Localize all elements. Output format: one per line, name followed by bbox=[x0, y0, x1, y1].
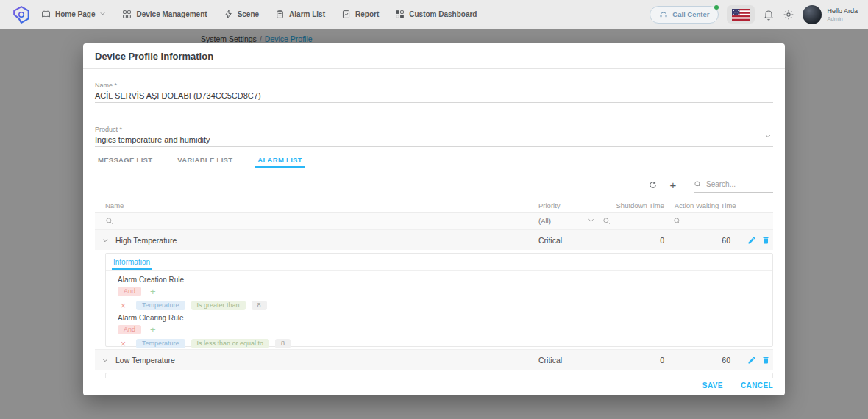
chevron-down-icon bbox=[764, 129, 772, 143]
search-icon bbox=[602, 217, 611, 225]
refresh-button[interactable] bbox=[644, 176, 661, 193]
cancel-button[interactable]: CANCEL bbox=[741, 382, 773, 390]
nav-scene[interactable]: Scene bbox=[224, 10, 259, 19]
modal-title: Device Profile Information bbox=[95, 51, 773, 62]
clipboard-icon bbox=[275, 10, 285, 19]
condition-variable-chip[interactable]: Temperature bbox=[136, 301, 185, 310]
condition-value-chip[interactable]: 8 bbox=[252, 301, 267, 310]
tab-message-list[interactable]: MESSAGE LIST bbox=[95, 153, 155, 168]
search-icon bbox=[694, 180, 702, 188]
col-priority: Priority bbox=[538, 201, 602, 210]
action-waiting-time-cell: 60 bbox=[673, 236, 739, 245]
user-menu[interactable]: Hello Arda Admin bbox=[803, 5, 858, 24]
search-icon bbox=[673, 217, 681, 225]
condition-value-chip[interactable]: 8 bbox=[275, 339, 291, 348]
search-icon bbox=[105, 217, 113, 225]
and-operator-chip[interactable]: And bbox=[118, 287, 141, 296]
lightning-icon bbox=[224, 10, 233, 19]
add-condition-icon[interactable]: + bbox=[150, 326, 156, 334]
product-field-label: Product * bbox=[95, 126, 773, 133]
shutdown-time-cell: 0 bbox=[602, 236, 673, 245]
name-field-label: Name * bbox=[95, 82, 773, 89]
alarm-table: Name Priority Shutdown Time Action Waiti… bbox=[95, 198, 773, 378]
product-field[interactable]: Product * Ingics temperature and humidit… bbox=[95, 126, 773, 147]
shutdown-time-cell: 0 bbox=[602, 356, 673, 365]
nav-alarm-list[interactable]: Alarm List bbox=[275, 10, 325, 19]
device-profile-modal: Device Profile Information Name * ACİL S… bbox=[83, 43, 785, 395]
headset-icon bbox=[659, 10, 668, 19]
name-field[interactable]: Name * ACİL SERVİS AŞI DOLABI (D734CC5CD… bbox=[95, 82, 773, 103]
app-logo-icon[interactable] bbox=[12, 5, 31, 24]
navbar-right: Call Center Hello Arda Admin bbox=[650, 5, 868, 24]
add-alarm-button[interactable]: + bbox=[664, 176, 682, 193]
priority-cell: Critical bbox=[538, 236, 602, 245]
main-menu: Home Page Device Management Scene Alarm … bbox=[41, 10, 477, 19]
and-operator-chip[interactable]: And bbox=[118, 325, 141, 334]
chevron-down-icon bbox=[587, 216, 595, 226]
name-filter[interactable] bbox=[95, 217, 538, 225]
product-field-value: Ingics temperature and humidity bbox=[95, 136, 773, 146]
tab-alarm-list[interactable]: ALARM LIST bbox=[255, 153, 305, 168]
notifications-bell-button[interactable] bbox=[763, 9, 775, 21]
alarm-clearing-rule-label: Alarm Clearing Rule bbox=[118, 315, 761, 322]
alarm-detail-panel: Information Alarm Creation Rule And + × … bbox=[105, 253, 773, 347]
delete-trash-icon[interactable] bbox=[761, 236, 770, 245]
priority-cell: Critical bbox=[538, 356, 602, 365]
nav-device-management[interactable]: Device Management bbox=[122, 10, 207, 19]
action-waiting-time-filter[interactable] bbox=[673, 217, 739, 225]
modal-footer: SAVE CANCEL bbox=[83, 378, 785, 395]
gear-icon bbox=[783, 9, 794, 21]
condition-operator-chip[interactable]: Is greater than bbox=[191, 301, 246, 310]
action-waiting-time-cell: 60 bbox=[673, 356, 739, 365]
search-input[interactable] bbox=[706, 180, 773, 188]
shutdown-time-filter[interactable] bbox=[602, 217, 673, 225]
us-flag-icon bbox=[732, 9, 750, 21]
bell-icon bbox=[763, 9, 775, 21]
chevron-down-icon bbox=[99, 10, 106, 18]
language-flag-button[interactable] bbox=[727, 5, 755, 24]
chevron-down-icon[interactable] bbox=[102, 237, 109, 244]
tab-information[interactable]: Information bbox=[112, 254, 152, 270]
alarm-creation-rule-label: Alarm Creation Rule bbox=[118, 276, 761, 284]
edit-pencil-icon[interactable] bbox=[747, 236, 756, 245]
table-row-high-temperature[interactable]: High Temperature Critical 0 60 bbox=[95, 229, 773, 251]
alarm-detail-panel: Information bbox=[105, 373, 773, 378]
user-greeting: Hello Arda bbox=[827, 7, 858, 15]
nav-custom-dashboard[interactable]: Custom Dashboard bbox=[395, 10, 477, 19]
tab-variable-list[interactable]: VARIABLE LIST bbox=[174, 153, 235, 168]
table-header-row: Name Priority Shutdown Time Action Waiti… bbox=[95, 198, 773, 213]
remove-condition-icon[interactable]: × bbox=[121, 340, 126, 348]
add-condition-icon[interactable]: + bbox=[150, 288, 156, 296]
condition-variable-chip[interactable]: Temperature bbox=[136, 339, 185, 348]
condition-operator-chip[interactable]: Is less than or equal to bbox=[191, 339, 270, 348]
book-icon bbox=[41, 10, 51, 19]
report-icon bbox=[341, 10, 351, 19]
nav-home-page[interactable]: Home Page bbox=[41, 10, 106, 19]
col-shutdown-time: Shutdown Time bbox=[602, 201, 673, 210]
table-filter-row: (All) bbox=[95, 213, 773, 229]
search-box bbox=[694, 176, 773, 193]
call-center-button[interactable]: Call Center bbox=[650, 6, 719, 24]
remove-condition-icon[interactable]: × bbox=[121, 302, 126, 309]
table-row-low-temperature[interactable]: Low Temperature Critical 0 60 bbox=[95, 349, 773, 371]
name-field-value: ACİL SERVİS AŞI DOLABI (D734CC5CD8C7) bbox=[95, 92, 773, 102]
status-dot bbox=[714, 5, 719, 10]
modal-body: Name * ACİL SERVİS AŞI DOLABI (D734CC5CD… bbox=[83, 69, 785, 378]
refresh-icon bbox=[648, 180, 658, 190]
edit-pencil-icon[interactable] bbox=[747, 356, 756, 365]
profile-tabs: MESSAGE LIST VARIABLE LIST ALARM LIST bbox=[95, 153, 773, 168]
top-navbar: Home Page Device Management Scene Alarm … bbox=[0, 0, 868, 29]
delete-trash-icon[interactable] bbox=[761, 356, 770, 365]
save-button[interactable]: SAVE bbox=[702, 382, 723, 390]
priority-filter[interactable]: (All) bbox=[538, 216, 602, 226]
grid-icon bbox=[122, 10, 132, 19]
avatar bbox=[803, 5, 822, 24]
user-role: Admin bbox=[827, 15, 858, 22]
nav-report[interactable]: Report bbox=[341, 10, 379, 19]
settings-gear-button[interactable] bbox=[783, 9, 794, 21]
col-action-waiting-time: Action Waiting Time bbox=[673, 201, 739, 210]
dashboard-icon bbox=[395, 10, 405, 19]
col-name: Name bbox=[95, 201, 538, 210]
chevron-down-icon[interactable] bbox=[102, 357, 109, 364]
alarm-toolbar: + bbox=[95, 176, 773, 193]
